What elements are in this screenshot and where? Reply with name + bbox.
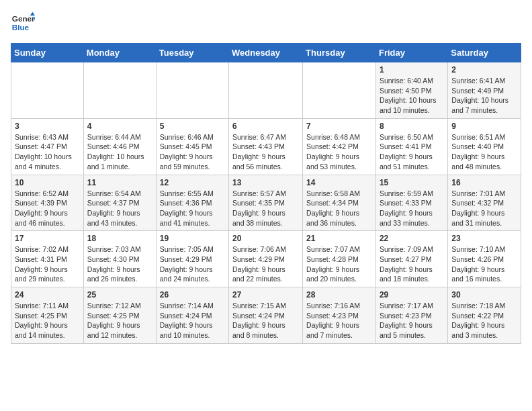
day-info: Sunrise: 6:59 AM Sunset: 4:33 PM Dayligh… — [380, 189, 444, 228]
calendar-cell: 3Sunrise: 6:43 AM Sunset: 4:47 PM Daylig… — [11, 118, 84, 175]
calendar-cell: 13Sunrise: 6:57 AM Sunset: 4:35 PM Dayli… — [229, 175, 303, 231]
day-info: Sunrise: 7:05 AM Sunset: 4:29 PM Dayligh… — [160, 244, 225, 284]
calendar-cell: 21Sunrise: 7:07 AM Sunset: 4:28 PM Dayli… — [303, 231, 376, 287]
day-info: Sunrise: 6:55 AM Sunset: 4:36 PM Dayligh… — [160, 189, 225, 228]
day-info: Sunrise: 6:51 AM Sunset: 4:40 PM Dayligh… — [451, 132, 517, 172]
day-info: Sunrise: 7:06 AM Sunset: 4:29 PM Dayligh… — [232, 244, 299, 284]
day-number: 11 — [87, 178, 152, 187]
day-number: 26 — [160, 290, 225, 300]
day-header-saturday: Saturday — [448, 44, 521, 62]
day-number: 5 — [160, 122, 225, 131]
day-header-wednesday: Wednesday — [229, 44, 303, 62]
calendar-cell: 29Sunrise: 7:17 AM Sunset: 4:23 PM Dayli… — [375, 287, 447, 344]
calendar-cell: 14Sunrise: 6:58 AM Sunset: 4:34 PM Dayli… — [303, 175, 376, 231]
day-info: Sunrise: 6:48 AM Sunset: 4:42 PM Dayligh… — [306, 132, 372, 172]
calendar-table: SundayMondayTuesdayWednesdayThursdayFrid… — [11, 43, 521, 344]
day-number: 7 — [306, 122, 372, 131]
calendar-cell: 23Sunrise: 7:10 AM Sunset: 4:26 PM Dayli… — [448, 231, 521, 287]
calendar-cell: 12Sunrise: 6:55 AM Sunset: 4:36 PM Dayli… — [156, 175, 228, 231]
day-number: 12 — [160, 178, 225, 187]
logo-icon: General Blue — [11, 11, 35, 35]
calendar-week-4: 17Sunrise: 7:02 AM Sunset: 4:31 PM Dayli… — [11, 231, 521, 287]
day-number: 28 — [306, 290, 372, 300]
svg-text:Blue: Blue — [12, 23, 30, 32]
day-number: 16 — [451, 178, 517, 187]
calendar-week-5: 24Sunrise: 7:11 AM Sunset: 4:25 PM Dayli… — [11, 287, 521, 344]
day-info: Sunrise: 7:09 AM Sunset: 4:27 PM Dayligh… — [380, 244, 444, 284]
day-number: 19 — [160, 234, 225, 243]
day-number: 29 — [380, 290, 444, 300]
calendar-cell — [229, 62, 303, 119]
day-number: 4 — [87, 122, 152, 131]
day-number: 1 — [380, 65, 444, 75]
calendar-cell: 6Sunrise: 6:47 AM Sunset: 4:43 PM Daylig… — [229, 118, 303, 175]
calendar-cell: 5Sunrise: 6:46 AM Sunset: 4:45 PM Daylig… — [156, 118, 228, 175]
day-info: Sunrise: 6:58 AM Sunset: 4:34 PM Dayligh… — [306, 189, 372, 228]
day-header-tuesday: Tuesday — [156, 44, 228, 62]
calendar-header-row: SundayMondayTuesdayWednesdayThursdayFrid… — [11, 44, 521, 62]
calendar-body: 1Sunrise: 6:40 AM Sunset: 4:50 PM Daylig… — [11, 62, 521, 344]
calendar-cell: 19Sunrise: 7:05 AM Sunset: 4:29 PM Dayli… — [156, 231, 228, 287]
calendar-cell: 17Sunrise: 7:02 AM Sunset: 4:31 PM Dayli… — [11, 231, 84, 287]
calendar-cell: 1Sunrise: 6:40 AM Sunset: 4:50 PM Daylig… — [375, 62, 447, 119]
day-info: Sunrise: 6:47 AM Sunset: 4:43 PM Dayligh… — [232, 132, 299, 172]
day-info: Sunrise: 7:17 AM Sunset: 4:23 PM Dayligh… — [380, 301, 444, 340]
day-number: 23 — [451, 234, 517, 243]
calendar-cell: 2Sunrise: 6:41 AM Sunset: 4:49 PM Daylig… — [448, 62, 521, 119]
day-number: 17 — [15, 234, 80, 243]
logo: General Blue — [11, 11, 35, 35]
calendar-cell: 20Sunrise: 7:06 AM Sunset: 4:29 PM Dayli… — [229, 231, 303, 287]
day-info: Sunrise: 7:01 AM Sunset: 4:32 PM Dayligh… — [451, 189, 517, 228]
calendar-cell: 10Sunrise: 6:52 AM Sunset: 4:39 PM Dayli… — [11, 175, 84, 231]
day-number: 21 — [306, 234, 372, 243]
calendar-cell: 22Sunrise: 7:09 AM Sunset: 4:27 PM Dayli… — [375, 231, 447, 287]
day-number: 6 — [232, 122, 299, 131]
calendar-cell: 11Sunrise: 6:54 AM Sunset: 4:37 PM Dayli… — [83, 175, 156, 231]
day-number: 3 — [15, 122, 80, 131]
day-number: 15 — [380, 178, 444, 187]
day-number: 25 — [87, 290, 152, 300]
day-info: Sunrise: 6:50 AM Sunset: 4:41 PM Dayligh… — [380, 132, 444, 172]
day-info: Sunrise: 7:03 AM Sunset: 4:30 PM Dayligh… — [87, 244, 152, 284]
calendar-cell — [303, 62, 376, 119]
day-info: Sunrise: 6:54 AM Sunset: 4:37 PM Dayligh… — [87, 189, 152, 228]
header: General Blue — [11, 11, 521, 35]
day-number: 20 — [232, 234, 299, 243]
calendar-cell: 7Sunrise: 6:48 AM Sunset: 4:42 PM Daylig… — [303, 118, 376, 175]
day-info: Sunrise: 6:44 AM Sunset: 4:46 PM Dayligh… — [87, 132, 152, 172]
calendar-cell: 30Sunrise: 7:18 AM Sunset: 4:22 PM Dayli… — [448, 287, 521, 344]
day-info: Sunrise: 6:46 AM Sunset: 4:45 PM Dayligh… — [160, 132, 225, 172]
calendar-cell: 24Sunrise: 7:11 AM Sunset: 4:25 PM Dayli… — [11, 287, 84, 344]
calendar-cell — [83, 62, 156, 119]
day-number: 18 — [87, 234, 152, 243]
day-number: 14 — [306, 178, 372, 187]
calendar-cell: 8Sunrise: 6:50 AM Sunset: 4:41 PM Daylig… — [375, 118, 447, 175]
day-info: Sunrise: 6:40 AM Sunset: 4:50 PM Dayligh… — [380, 76, 444, 116]
day-info: Sunrise: 7:11 AM Sunset: 4:25 PM Dayligh… — [15, 301, 80, 340]
day-header-friday: Friday — [375, 44, 447, 62]
day-header-sunday: Sunday — [11, 44, 84, 62]
day-number: 27 — [232, 290, 299, 300]
calendar-week-2: 3Sunrise: 6:43 AM Sunset: 4:47 PM Daylig… — [11, 118, 521, 175]
calendar-cell: 9Sunrise: 6:51 AM Sunset: 4:40 PM Daylig… — [448, 118, 521, 175]
calendar-cell: 27Sunrise: 7:15 AM Sunset: 4:24 PM Dayli… — [229, 287, 303, 344]
day-number: 9 — [451, 122, 517, 131]
calendar-week-3: 10Sunrise: 6:52 AM Sunset: 4:39 PM Dayli… — [11, 175, 521, 231]
day-info: Sunrise: 7:10 AM Sunset: 4:26 PM Dayligh… — [451, 244, 517, 284]
calendar-cell: 16Sunrise: 7:01 AM Sunset: 4:32 PM Dayli… — [448, 175, 521, 231]
day-number: 8 — [380, 122, 444, 131]
day-info: Sunrise: 6:57 AM Sunset: 4:35 PM Dayligh… — [232, 189, 299, 228]
calendar-cell: 15Sunrise: 6:59 AM Sunset: 4:33 PM Dayli… — [375, 175, 447, 231]
day-number: 22 — [380, 234, 444, 243]
day-number: 2 — [451, 65, 517, 75]
day-number: 30 — [451, 290, 517, 300]
day-info: Sunrise: 6:43 AM Sunset: 4:47 PM Dayligh… — [15, 132, 80, 172]
day-info: Sunrise: 6:41 AM Sunset: 4:49 PM Dayligh… — [451, 76, 517, 116]
day-info: Sunrise: 7:12 AM Sunset: 4:25 PM Dayligh… — [87, 301, 152, 340]
day-header-thursday: Thursday — [303, 44, 376, 62]
day-info: Sunrise: 7:18 AM Sunset: 4:22 PM Dayligh… — [451, 301, 517, 340]
day-number: 24 — [15, 290, 80, 300]
day-info: Sunrise: 6:52 AM Sunset: 4:39 PM Dayligh… — [15, 189, 80, 228]
calendar-cell — [156, 62, 228, 119]
calendar-cell: 28Sunrise: 7:16 AM Sunset: 4:23 PM Dayli… — [303, 287, 376, 344]
